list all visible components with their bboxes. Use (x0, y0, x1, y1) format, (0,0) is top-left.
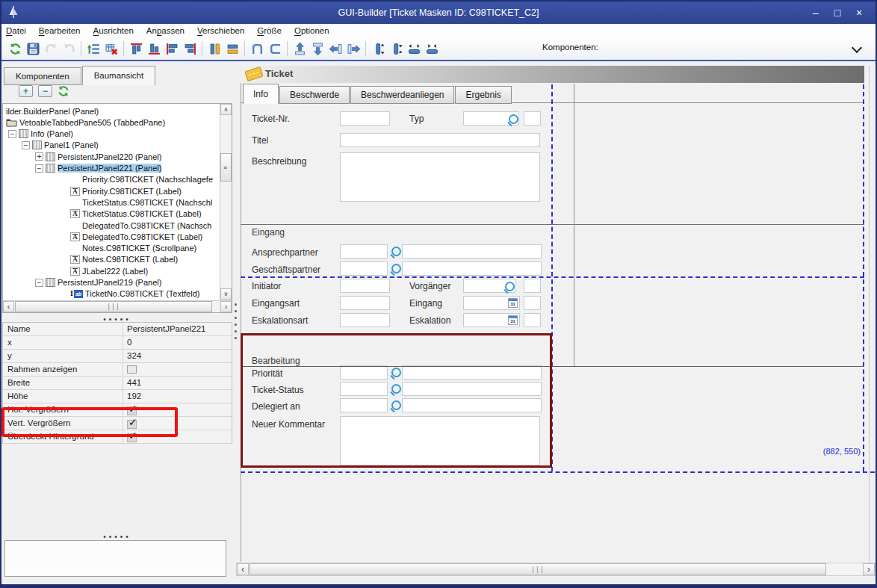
ansprechpartner-field-2[interactable] (402, 244, 542, 259)
tree-item[interactable]: −Info (Panel) (3, 129, 220, 140)
maximize-button[interactable]: □ (831, 6, 843, 19)
align-right-icon[interactable] (181, 40, 199, 58)
tree-item[interactable]: IabTicketNo.C98TICKET (Textfeld) (3, 288, 220, 300)
tree-expand-icon[interactable]: + (35, 152, 43, 161)
ansprechpartner-field[interactable] (340, 244, 388, 259)
form-tab-ergebnis[interactable]: Ergebnis (455, 86, 511, 104)
tree-item[interactable]: TicketStatus.C98TICKET (Nachschl (3, 196, 220, 208)
move-down-icon[interactable] (309, 40, 326, 58)
scroll-left-button[interactable]: ‹ (237, 563, 249, 575)
collapse-all-button[interactable]: − (38, 85, 52, 97)
geschäftspartner-field[interactable] (340, 261, 388, 276)
eingang-calendar-icon[interactable]: 31 (508, 298, 518, 308)
resize-width-icon[interactable] (405, 40, 423, 58)
minimize-button[interactable]: – (810, 6, 822, 19)
canvas-hscroll-thumb[interactable]: ||| (250, 563, 826, 575)
remove-component-icon[interactable] (102, 40, 120, 58)
tree-item[interactable]: DelegatedTo.C98TICKET (Nachsch (3, 220, 220, 231)
close-button[interactable]: × (853, 6, 865, 19)
tree-item[interactable]: ATicketStatus.C98TICKET (Label) (3, 208, 220, 220)
property-row-rahmen-anzeigen[interactable]: Rahmen anzeigen (3, 363, 232, 377)
tree-item[interactable]: +PersistentJPanel220 (Panel) (3, 151, 220, 162)
eingangsart-field[interactable] (340, 296, 390, 310)
menu-ausrichten[interactable]: Ausrichten (93, 26, 134, 35)
match-height-icon[interactable] (205, 40, 223, 58)
resize-height-icon[interactable] (369, 40, 387, 58)
tree-collapse-icon[interactable]: − (8, 130, 16, 138)
eingang-field-2[interactable] (524, 296, 541, 310)
refresh-icon[interactable] (6, 40, 24, 58)
eskalation-field-2[interactable] (524, 313, 541, 327)
resize-height-alt-icon[interactable] (387, 40, 405, 58)
tree-item[interactable]: ADelegatedTo.C98TICKET (Label) (3, 231, 220, 242)
typ-field-2[interactable] (524, 111, 541, 126)
tree-collapse-icon[interactable]: − (35, 279, 43, 287)
align-left-icon[interactable] (163, 40, 181, 58)
property-row-y[interactable]: y324 (3, 350, 232, 363)
move-left-icon[interactable] (326, 40, 344, 58)
geschäftspartner-field-2[interactable] (402, 261, 542, 276)
scroll-left-button[interactable]: ‹ (3, 301, 14, 312)
tree-item[interactable]: APriority.C98TICKET (Label) (3, 185, 220, 196)
property-row-x[interactable]: x0 (3, 336, 232, 350)
tree-item[interactable]: −Panel1 (Panel) (3, 140, 220, 151)
eskalation-calendar-icon[interactable]: 31 (508, 315, 518, 325)
scroll-right-button[interactable]: › (220, 301, 232, 312)
tree-collapse-icon[interactable]: − (35, 164, 43, 173)
property-row-höhe[interactable]: Höhe192 (3, 390, 232, 403)
canvas-horizontal-scrollbar[interactable]: ‹ ||| › (236, 563, 876, 576)
menu-bearbeiten[interactable]: Bearbeiten (39, 26, 81, 35)
tree-item[interactable]: AJLabel222 (Label) (3, 265, 220, 276)
menu-optionen[interactable]: Optionen (294, 26, 329, 35)
menu-größe[interactable]: Größe (257, 26, 282, 35)
initiator-field[interactable] (340, 279, 390, 293)
tree-vertical-scrollbar[interactable]: ∧ ≡ ∨ (220, 104, 232, 300)
tree-horizontal-scrollbar[interactable]: ‹ ||| › (3, 300, 232, 312)
typ-lookup-icon[interactable] (509, 114, 518, 124)
form-tab-beschwerde[interactable]: Beschwerde (279, 86, 350, 104)
resize-width-alt-icon[interactable] (423, 40, 441, 58)
ansprechpartner-lookup-icon[interactable] (391, 247, 401, 256)
space-vertical-icon[interactable] (266, 40, 284, 58)
menu-anpassen[interactable]: Anpassen (146, 26, 185, 35)
komponenten-dropdown[interactable] (602, 40, 868, 58)
tree-item[interactable]: Notes.C98TICKET (Scrollpane) (3, 243, 220, 254)
panel-splitter[interactable] (235, 303, 237, 339)
vorgänger-lookup-icon[interactable] (505, 282, 515, 291)
form-tab-beschwerdeanliegen[interactable]: Beschwerdeanliegen (350, 86, 454, 104)
tree-item[interactable]: ANotes.C98TICKET (Label) (3, 254, 220, 265)
eskalationsart-field[interactable] (340, 313, 390, 327)
menu-verschieben[interactable]: Verschieben (197, 26, 244, 35)
checkbox-unchecked[interactable] (127, 365, 137, 374)
tab-order-icon[interactable] (84, 40, 102, 58)
move-up-icon[interactable] (291, 40, 309, 58)
scroll-right-button[interactable]: › (863, 563, 875, 575)
vorgänger-field-2[interactable] (524, 279, 541, 293)
beschreibung-textarea[interactable] (340, 152, 540, 202)
tree-hscroll-thumb[interactable]: ||| (15, 301, 212, 312)
form-tab-info[interactable]: Info (243, 84, 279, 104)
align-top-icon[interactable] (127, 40, 145, 58)
property-row-name[interactable]: NamePersistentJPanel221 (3, 323, 232, 336)
expand-all-button[interactable]: + (19, 85, 33, 97)
scroll-up-button[interactable]: ∧ (220, 104, 232, 115)
ticket-nr-field[interactable] (340, 111, 390, 126)
menu-datei[interactable]: Datei (6, 26, 26, 35)
save-icon[interactable] (24, 40, 42, 58)
move-right-icon[interactable] (344, 40, 362, 58)
splitter-handle[interactable]: ••••• (2, 315, 232, 324)
tree-item[interactable]: VetoableTabbedPane505 (TabbedPane) (3, 117, 220, 128)
tree-vscroll-thumb[interactable]: ≡ (220, 153, 232, 182)
titel-field[interactable] (340, 133, 540, 147)
align-bottom-icon[interactable] (145, 40, 163, 58)
tab-komponenten[interactable]: Komponenten (4, 67, 81, 85)
property-row-breite[interactable]: Breite441 (3, 377, 232, 390)
geschäftspartner-lookup-icon[interactable] (391, 264, 401, 273)
tree-item[interactable]: −PersistentJPanel219 (Panel) (3, 277, 220, 288)
splitter-handle[interactable]: ••••• (2, 533, 232, 541)
tree-item[interactable]: −PersistentJPanel221 (Panel) (3, 163, 220, 174)
space-horizontal-icon[interactable] (248, 40, 266, 58)
tree-item[interactable]: ilder.BuilderPanel (Panel) (3, 105, 220, 117)
match-width-icon[interactable] (223, 40, 241, 58)
tree-collapse-icon[interactable]: − (22, 141, 30, 149)
